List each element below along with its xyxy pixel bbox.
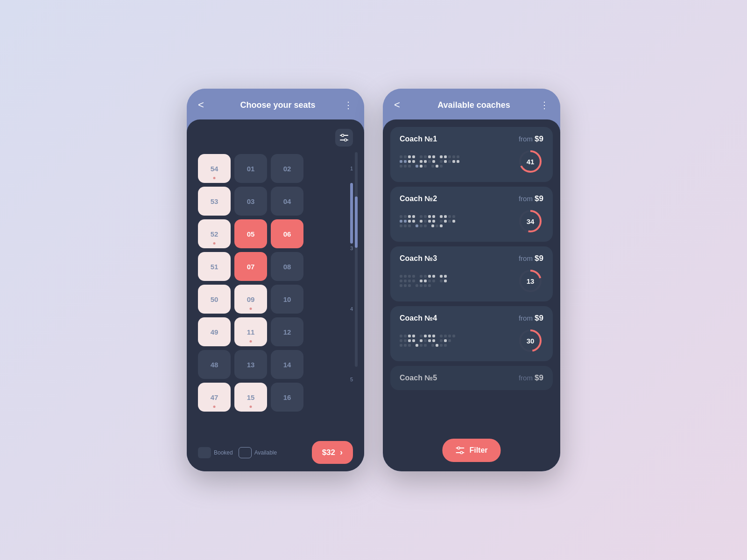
left-title: Choose your seats xyxy=(240,100,315,110)
coach-card-3[interactable]: Coach №3 from $9 xyxy=(390,246,553,301)
seat-03[interactable]: 03 xyxy=(234,187,267,216)
coach-4-content: 30 xyxy=(400,328,543,354)
seat-09[interactable]: 09 xyxy=(234,285,267,314)
available-label: Available xyxy=(254,449,277,456)
seat-10[interactable]: 10 xyxy=(271,285,303,314)
seat-11[interactable]: 11 xyxy=(234,317,267,346)
seat-49[interactable]: 49 xyxy=(198,317,231,346)
filter-row xyxy=(198,129,353,147)
seat-52[interactable]: 52 xyxy=(198,219,231,248)
left-phone: < Choose your seats ⋮ 5 xyxy=(187,89,364,471)
legend: Booked Available xyxy=(198,447,304,458)
seat-row-2: 53 03 04 xyxy=(198,187,338,216)
scroll-label-4: 4 xyxy=(350,304,353,365)
coach-2-circle: 34 xyxy=(517,208,543,234)
seat-row-6: 49 11 12 xyxy=(198,317,338,346)
seat-01[interactable]: 01 xyxy=(234,154,267,183)
seat-02[interactable]: 02 xyxy=(271,154,303,183)
seat-row-5: 50 09 10 xyxy=(198,285,338,314)
coach-2-name: Coach №2 xyxy=(400,195,437,203)
seat-12[interactable]: 12 xyxy=(271,317,303,346)
right-body: Coach №1 from $9 xyxy=(383,119,560,471)
scroll-track xyxy=(355,152,358,367)
back-button-left[interactable]: < xyxy=(198,99,212,111)
coach-1-name: Coach №1 xyxy=(400,135,437,143)
svg-point-13 xyxy=(458,447,460,449)
menu-button-left[interactable]: ⋮ xyxy=(344,99,353,111)
seat-53[interactable]: 53 xyxy=(198,187,231,216)
menu-button-right[interactable]: ⋮ xyxy=(540,99,549,111)
scroll-label-5: 5 xyxy=(350,365,353,394)
right-title: Available coaches xyxy=(437,100,510,110)
legend-booked: Booked xyxy=(198,447,233,458)
seat-50[interactable]: 50 xyxy=(198,285,231,314)
seat-footer: Booked Available $32 › xyxy=(187,434,364,471)
coach-card-4[interactable]: Coach №4 from $9 xyxy=(390,306,553,361)
price-text: $32 xyxy=(322,448,335,457)
svg-point-1 xyxy=(342,134,344,137)
seat-06[interactable]: 06 xyxy=(271,219,303,248)
seat-15[interactable]: 15 xyxy=(234,383,267,412)
svg-point-15 xyxy=(460,452,463,454)
coach-3-name: Coach №3 xyxy=(400,254,437,263)
seat-48[interactable]: 48 xyxy=(198,350,231,379)
seat-51[interactable]: 51 xyxy=(198,252,231,281)
seat-54[interactable]: 54 xyxy=(198,154,231,183)
coach-2-header: Coach №2 from $9 xyxy=(400,194,543,203)
coach-1-header: Coach №1 from $9 xyxy=(400,134,543,144)
left-body: 54 01 02 53 03 04 52 05 06 xyxy=(187,119,364,471)
coach-2-price: from $9 xyxy=(519,194,543,203)
booked-box xyxy=(198,447,211,458)
seat-row-7: 48 13 14 xyxy=(198,350,338,379)
coach-4-seat-map xyxy=(400,335,512,347)
coach-1-count: 41 xyxy=(527,158,535,166)
filter-btn-label: Filter xyxy=(469,446,487,455)
coach-4-count: 30 xyxy=(527,337,535,345)
coach-4-name: Coach №4 xyxy=(400,314,437,322)
left-header: < Choose your seats ⋮ xyxy=(187,89,364,119)
price-arrow-icon: › xyxy=(340,448,343,457)
seat-08[interactable]: 08 xyxy=(271,252,303,281)
seat-47[interactable]: 47 xyxy=(198,383,231,412)
coach-3-header: Coach №3 from $9 xyxy=(400,254,543,263)
coach-2-count: 34 xyxy=(527,217,535,225)
coach-5-name: Coach №5 xyxy=(400,374,437,382)
coach-3-seat-map xyxy=(400,275,512,287)
coach-card-2[interactable]: Coach №2 from $9 xyxy=(390,187,553,242)
seat-area: 54 01 02 53 03 04 52 05 06 xyxy=(187,119,364,434)
coach-4-circle: 30 xyxy=(517,328,543,354)
seat-row-1: 54 01 02 xyxy=(198,154,338,183)
coaches-list: Coach №1 from $9 xyxy=(383,119,560,471)
coach-3-price: from $9 xyxy=(519,254,543,263)
seat-05[interactable]: 05 xyxy=(234,219,267,248)
filter-icon-button[interactable] xyxy=(335,129,353,147)
seats-with-scroll: 54 01 02 53 03 04 52 05 06 xyxy=(198,154,353,429)
coach-1-content: 41 xyxy=(400,148,543,175)
seat-row-8: 47 15 16 xyxy=(198,383,338,412)
coach-4-header: Coach №4 from $9 xyxy=(400,314,543,323)
legend-available: Available xyxy=(239,447,277,458)
seat-13[interactable]: 13 xyxy=(234,350,267,379)
scroll-thumb[interactable] xyxy=(355,196,358,248)
back-button-right[interactable]: < xyxy=(394,99,408,111)
coach-1-price: from $9 xyxy=(519,134,543,144)
coach-4-price: from $9 xyxy=(519,314,543,323)
coach-2-seat-map xyxy=(400,215,512,227)
seat-16[interactable]: 16 xyxy=(271,383,303,412)
seat-14[interactable]: 14 xyxy=(271,350,303,379)
coach-card-1[interactable]: Coach №1 from $9 xyxy=(390,127,553,182)
coach-5-partial-header: Coach №5 from $9 xyxy=(400,373,543,383)
coach-2-content: 34 xyxy=(400,208,543,234)
seat-row-3: 52 05 06 xyxy=(198,219,338,248)
filter-button[interactable]: Filter xyxy=(442,439,500,462)
coach-3-circle: 13 xyxy=(517,268,543,294)
coach-1-circle: 41 xyxy=(517,148,543,175)
scroll-label-2: 2 xyxy=(350,183,353,244)
right-phone: < Available coaches ⋮ Coach №1 from $9 xyxy=(383,89,560,471)
price-button[interactable]: $32 › xyxy=(312,441,353,464)
seat-07[interactable]: 07 xyxy=(234,252,267,281)
coach-1-seat-map xyxy=(400,155,512,168)
coach-card-5-partial[interactable]: Coach №5 from $9 xyxy=(390,366,553,390)
booked-label: Booked xyxy=(214,449,233,456)
seat-04[interactable]: 04 xyxy=(271,187,303,216)
